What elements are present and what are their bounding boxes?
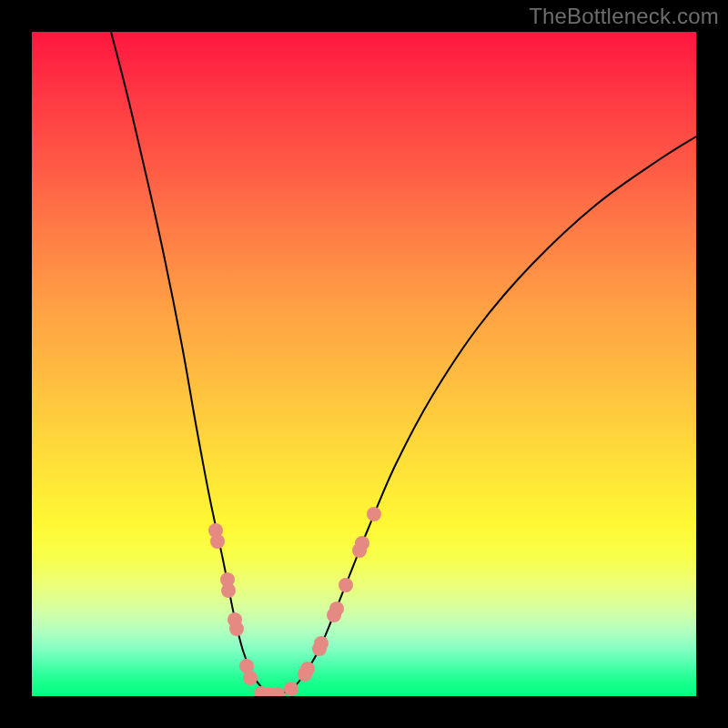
plot-area bbox=[32, 32, 696, 696]
outer-frame: TheBottleneck.com bbox=[0, 0, 728, 728]
data-dot bbox=[300, 662, 315, 676]
curve-left-branch bbox=[111, 32, 270, 693]
data-dot bbox=[243, 671, 258, 685]
data-dot bbox=[329, 602, 344, 616]
watermark-text: TheBottleneck.com bbox=[529, 4, 719, 29]
curve-svg bbox=[32, 32, 696, 696]
data-dot bbox=[221, 583, 236, 598]
data-dot bbox=[355, 536, 369, 551]
data-dot bbox=[284, 682, 298, 696]
data-dot bbox=[210, 534, 225, 549]
data-dot bbox=[229, 622, 244, 636]
data-dots-group bbox=[208, 507, 381, 696]
data-dot bbox=[367, 507, 381, 521]
data-dot bbox=[339, 578, 353, 592]
data-dot bbox=[314, 636, 329, 651]
